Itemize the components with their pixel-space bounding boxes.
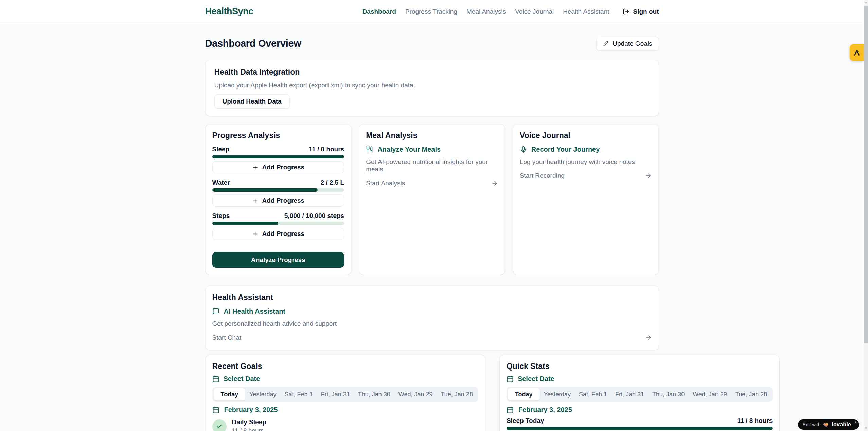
stat-sleep-today-value: 11 / 8 hours [737,417,773,425]
recent-goals-card: Recent Goals Select Date Today Yesterday… [205,355,485,431]
calendar-icon [507,406,514,413]
tab-today[interactable]: Today [214,388,246,400]
nav-item-voice-journal[interactable]: Voice Journal [515,8,554,15]
metric-sleep: Sleep 11 / 8 hours Add Progress [212,146,344,173]
recent-goals-select-date[interactable]: Select Date [212,375,478,383]
tab-tue-jan-28[interactable]: Tue, Jan 28 [731,388,771,400]
sign-out-label: Sign out [633,8,659,15]
tab-sat-feb-1[interactable]: Sat, Feb 1 [575,388,611,400]
logout-icon [623,8,630,15]
vertical-scrollbar[interactable]: ▲ ▼ [864,0,868,431]
metric-sleep-label: Sleep [212,146,230,153]
add-progress-steps-button[interactable]: Add Progress [212,228,344,240]
meal-analysis-card: Meal Analysis Analyze Your Meals Get AI-… [359,124,505,275]
scrollbar-up-arrow[interactable]: ▲ [864,1,868,4]
tab-today[interactable]: Today [508,388,540,400]
add-progress-sleep-button[interactable]: Add Progress [212,161,344,173]
quick-stats-card: Quick Stats Select Date Today Yesterday … [499,355,780,431]
ai-health-assistant-link[interactable]: AI Health Assistant [212,307,652,315]
upload-health-data-button[interactable]: Upload Health Data [214,94,290,109]
arrow-right-icon [491,180,498,187]
tab-thu-jan-30[interactable]: Thu, Jan 30 [648,388,689,400]
goal-name: Daily Sleep [232,418,266,426]
start-analysis-row[interactable]: Start Analysis [366,180,498,187]
quick-stats-select-date[interactable]: Select Date [507,375,773,383]
sleep-today-progress-bar [507,427,773,430]
record-your-journey-link[interactable]: Record Your Journey [520,146,652,153]
recent-goals-title: Recent Goals [212,362,478,371]
nav-item-dashboard[interactable]: Dashboard [362,8,396,15]
plus-icon [252,198,259,204]
quick-stats-title: Quick Stats [507,362,773,371]
main-nav: Dashboard Progress Tracking Meal Analysi… [362,8,659,15]
progress-analysis-card: Progress Analysis Sleep 11 / 8 hours Add… [205,124,352,275]
tab-thu-jan-30[interactable]: Thu, Jan 30 [354,388,394,400]
nav-item-progress-tracking[interactable]: Progress Tracking [405,8,457,15]
tab-yesterday[interactable]: Yesterday [540,388,575,400]
update-goals-label: Update Goals [613,40,652,48]
goal-completed-check-icon [212,419,227,431]
chat-bubble-icon [212,308,219,315]
voice-journal-description: Log your health journey with voice notes [520,158,652,166]
analyze-progress-button[interactable]: Analyze Progress [212,252,344,268]
tab-wed-jan-29[interactable]: Wed, Jan 29 [689,388,731,400]
steps-progress-bar [212,222,344,225]
metric-sleep-value: 11 / 8 hours [309,146,344,153]
plus-icon [252,164,259,171]
recent-goals-current-date[interactable]: February 3, 2025 [212,406,478,414]
scrollbar-thumb[interactable] [864,6,868,343]
tab-wed-jan-29[interactable]: Wed, Jan 29 [394,388,437,400]
health-assistant-title: Health Assistant [212,293,652,302]
scrollbar-down-arrow[interactable]: ▼ [864,427,868,430]
health-data-integration-description: Upload your Apple Health export (export.… [214,81,650,89]
meal-analysis-description: Get AI-powered nutritional insights for … [366,158,498,173]
tab-yesterday[interactable]: Yesterday [245,388,280,400]
arrow-right-icon [645,334,652,341]
add-progress-label: Add Progress [262,164,305,171]
calendar-icon [212,406,219,413]
health-assistant-description: Get personalized health advice and suppo… [212,320,652,327]
start-recording-row[interactable]: Start Recording [520,172,652,180]
utensils-icon [366,146,373,153]
current-date-label: February 3, 2025 [518,406,572,414]
stat-sleep-today-label: Sleep Today [507,417,544,425]
tab-fri-jan-31[interactable]: Fri, Jan 31 [611,388,648,400]
badge-close-icon[interactable]: × [854,420,857,425]
app-logo[interactable]: HealthSync [205,6,253,17]
analyze-your-meals-link[interactable]: Analyze Your Meals [366,146,498,153]
metric-water-label: Water [212,179,230,186]
voice-journal-title: Voice Journal [520,131,652,140]
lovable-logo-icon [853,49,861,56]
ai-health-assistant-label: AI Health Assistant [224,307,286,315]
top-navigation-bar: HealthSync Dashboard Progress Tracking M… [0,0,864,23]
add-progress-label: Add Progress [262,230,305,238]
health-data-integration-card: Health Data Integration Upload your Appl… [205,60,659,116]
tab-sat-feb-1[interactable]: Sat, Feb 1 [281,388,317,400]
nav-item-meal-analysis[interactable]: Meal Analysis [466,8,506,15]
select-date-label: Select Date [224,375,260,383]
nav-item-health-assistant[interactable]: Health Assistant [563,8,609,15]
health-data-integration-title: Health Data Integration [214,68,650,77]
metric-steps: Steps 5,000 / 10,000 steps Add Progress [212,212,344,240]
edit-with-lovable-badge[interactable]: Edit with lovable × [798,419,859,430]
health-assistant-card: Health Assistant AI Health Assistant Get… [205,286,659,350]
page-viewport: HealthSync Dashboard Progress Tracking M… [0,0,864,431]
start-chat-row[interactable]: Start Chat [212,334,652,341]
update-goals-button[interactable]: Update Goals [596,37,659,51]
lovable-fab-button[interactable] [850,44,864,61]
tab-tue-jan-28[interactable]: Tue, Jan 28 [437,388,477,400]
tab-fri-jan-31[interactable]: Fri, Jan 31 [317,388,354,400]
plus-icon [252,231,259,237]
voice-journal-card: Voice Journal Record Your Journey Log yo… [513,124,659,275]
metric-water-value: 2 / 2.5 L [320,179,344,186]
add-progress-water-button[interactable]: Add Progress [212,194,344,207]
lovable-brand-label: lovable [832,421,851,428]
arrow-right-icon [645,172,652,179]
goal-item-daily-sleep: Daily Sleep 11 / 8 hours [212,418,478,431]
recent-goals-date-tabs: Today Yesterday Sat, Feb 1 Fri, Jan 31 T… [212,387,478,402]
sign-out-button[interactable]: Sign out [623,8,659,15]
goal-value: 11 / 8 hours [232,427,266,431]
metric-steps-value: 5,000 / 10,000 steps [284,212,344,220]
record-your-journey-label: Record Your Journey [531,146,600,153]
quick-stats-current-date[interactable]: February 3, 2025 [507,406,773,414]
